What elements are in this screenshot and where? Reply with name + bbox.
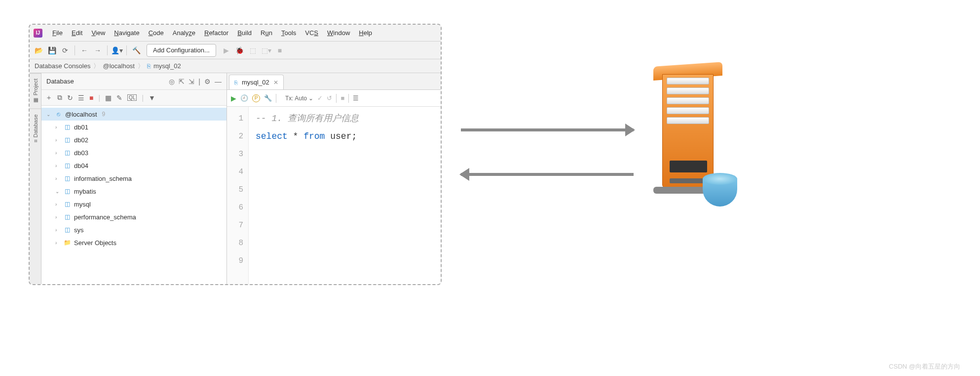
layout-icon[interactable]: ☰ [353, 94, 359, 102]
tree-item-mysql[interactable]: ›◫mysql [41, 198, 226, 210]
schema-icon: ◫ [63, 188, 71, 195]
menu-analyze[interactable]: Analyze [169, 28, 199, 38]
tree-label: db04 [74, 162, 88, 169]
menu-tools[interactable]: Tools [277, 28, 300, 38]
menu-help[interactable]: Help [355, 28, 376, 38]
chevron-icon: › [55, 240, 60, 246]
table-icon[interactable]: ▦ [105, 94, 112, 102]
separator [107, 45, 108, 55]
minimize-icon[interactable]: — [215, 78, 222, 85]
menu-vcs[interactable]: VCS [301, 28, 322, 38]
menu-code[interactable]: Code [145, 28, 168, 38]
tab-label: mysql_02 [242, 79, 269, 86]
tree-item-db03[interactable]: ›◫db03 [41, 146, 226, 159]
schema-icon: ◫ [63, 226, 71, 233]
collapse-icon[interactable]: ⇲ [188, 78, 194, 85]
debug-icon[interactable]: 🐞 [234, 44, 246, 56]
filter-icon[interactable]: ▼ [149, 94, 155, 102]
breadcrumb-item[interactable]: mysql_02 [153, 62, 181, 70]
expand-icon[interactable]: ⇱ [179, 78, 185, 85]
chevron-icon: › [55, 202, 60, 207]
menu-refactor[interactable]: Refactor [200, 28, 232, 38]
open-icon[interactable]: 📂 [33, 44, 44, 56]
tx-mode[interactable]: Tx: Auto ⌄ [285, 95, 313, 102]
tree-label: information_schema [74, 175, 132, 182]
breadcrumb: Database Consoles 〉 @localhost 〉 ⎘ mysql… [30, 59, 441, 73]
duplicate-icon[interactable]: ⧉ [57, 93, 62, 102]
project-icon: ▦ [32, 97, 38, 104]
menu-view[interactable]: View [87, 28, 109, 38]
tree-label: db03 [74, 149, 88, 157]
side-tab-project[interactable]: ▦ Project [30, 73, 41, 109]
breadcrumb-item[interactable]: Database Consoles [35, 62, 90, 70]
execute-icon[interactable]: ▶ [231, 94, 236, 102]
schema-icon: ◫ [63, 162, 71, 169]
user-icon[interactable]: 👤▾ [111, 44, 123, 56]
side-tab-database[interactable]: ≡ Database [30, 109, 41, 148]
code-content[interactable]: -- 1. 查询所有用户信息 select * from user; [249, 107, 441, 284]
tree-item-db01[interactable]: ›◫db01 [41, 121, 226, 133]
database-tree: ⌄ ⎋ @localhost 9 ›◫db01›◫db02›◫db03›◫db0… [41, 106, 226, 284]
server-illustration [643, 64, 732, 203]
tree-label: mybatis [74, 188, 96, 195]
edit-icon[interactable]: ✎ [116, 94, 122, 102]
line-gutter: 123456789 [227, 107, 249, 284]
sync-icon[interactable]: ⟳ [59, 44, 71, 56]
coverage-icon[interactable]: ⬚ [247, 44, 259, 56]
database-panel: Database ◎ ⇱ ⇲ | ⚙ — ＋ ⧉ ↻ ☰ ■ | ▦ ✎ [41, 73, 227, 284]
tree-label: mysql [74, 201, 91, 208]
gear-icon[interactable]: ⚙ [204, 78, 211, 85]
menu-window[interactable]: Window [323, 28, 354, 38]
explain-icon[interactable]: P [252, 94, 260, 102]
tree-item-information_schema[interactable]: ›◫information_schema [41, 172, 226, 185]
add-icon[interactable]: ＋ [45, 93, 52, 102]
run-config-button[interactable]: Add Configuration... [147, 44, 216, 57]
separator [336, 94, 337, 103]
panel-title: Database [46, 78, 169, 85]
separator: | [98, 94, 100, 102]
tree-item-sys[interactable]: ›◫sys [41, 223, 226, 236]
tree-root-localhost[interactable]: ⌄ ⎋ @localhost 9 [41, 108, 226, 121]
menu-navigate[interactable]: Navigate [110, 28, 143, 38]
tree-item-performance_schema[interactable]: ›◫performance_schema [41, 210, 226, 223]
build-icon[interactable]: 🔨 [130, 44, 142, 56]
tree-label: db02 [74, 136, 88, 144]
menu-run[interactable]: Run [257, 28, 276, 38]
forward-icon[interactable]: → [92, 44, 104, 56]
separator [75, 45, 75, 55]
tree-item-mybatis[interactable]: ⌄◫mybatis [41, 185, 226, 198]
separator [348, 94, 349, 103]
breadcrumb-item[interactable]: @localhost [103, 62, 135, 70]
tree-label: db01 [74, 124, 88, 131]
code-editor[interactable]: 123456789 -- 1. 查询所有用户信息 select * from u… [227, 107, 441, 284]
menu-bar: IJ File Edit View Navigate Code Analyze … [30, 25, 441, 42]
schema-icon: ◫ [63, 201, 71, 208]
stop-icon[interactable]: ■ [340, 94, 344, 102]
filter-list-icon[interactable]: ☰ [78, 94, 84, 102]
tree-item-db04[interactable]: ›◫db04 [41, 159, 226, 172]
back-icon[interactable]: ← [78, 44, 90, 56]
tree-item-Server Objects[interactable]: ›📁Server Objects [41, 236, 226, 249]
refresh-icon[interactable]: ↻ [67, 94, 73, 102]
stop-icon[interactable]: ■ [89, 94, 93, 102]
tree-item-db02[interactable]: ›◫db02 [41, 133, 226, 146]
tree-label: sys [74, 226, 84, 234]
menu-file[interactable]: File [48, 28, 67, 38]
editor-tab-mysql02[interactable]: ⎘ mysql_02 ✕ [229, 75, 284, 89]
arrow-response [461, 173, 634, 176]
rollback-icon[interactable]: ↺ [327, 94, 332, 102]
target-icon[interactable]: ◎ [169, 78, 175, 85]
menu-build[interactable]: Build [233, 28, 256, 38]
history-icon[interactable]: 🕘 [240, 94, 248, 102]
run-icon[interactable]: ▶ [221, 44, 232, 56]
close-icon[interactable]: ✕ [273, 79, 278, 86]
profiler-icon[interactable]: ⬚▾ [261, 44, 272, 56]
menu-edit[interactable]: Edit [68, 28, 86, 38]
schema-icon: ◫ [63, 213, 71, 220]
settings-icon[interactable]: 🔧 [264, 94, 272, 102]
save-icon[interactable]: 💾 [46, 44, 58, 56]
stop-icon[interactable]: ■ [274, 44, 286, 56]
sql-icon[interactable]: QL [127, 94, 137, 101]
editor-tabs: ⎘ mysql_02 ✕ [227, 73, 441, 90]
commit-icon[interactable]: ✓ [317, 94, 323, 102]
